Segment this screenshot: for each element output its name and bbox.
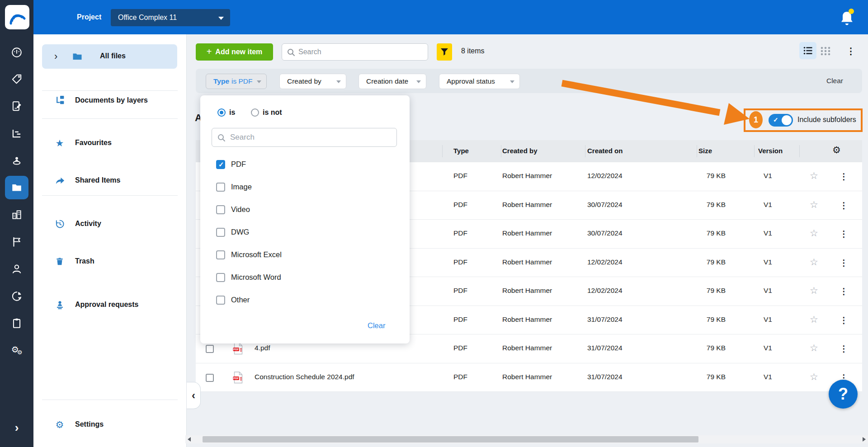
favourite-star-icon[interactable]: ☆: [810, 170, 818, 181]
sidebar-item-levels[interactable]: [0, 122, 33, 145]
checkbox-checked-icon[interactable]: [216, 160, 225, 169]
checkbox-icon[interactable]: [216, 228, 225, 237]
scrollbar-thumb[interactable]: [203, 436, 698, 442]
sidebar-item-markups[interactable]: [0, 94, 33, 118]
row-menu-button[interactable]: ⋮: [840, 200, 848, 211]
search-input[interactable]: [298, 44, 425, 60]
sidebar-item-dashboard[interactable]: [0, 41, 33, 64]
option-microsoft-word[interactable]: Microsoft Word: [200, 272, 410, 285]
file-created-on: 30/07/2024: [587, 229, 623, 237]
checkbox-icon[interactable]: [216, 250, 225, 259]
approval-person-icon: [54, 300, 65, 311]
column-header-version[interactable]: Version: [758, 147, 783, 155]
option-dwg[interactable]: DWG: [200, 226, 410, 240]
row-menu-button[interactable]: ⋮: [840, 258, 848, 268]
sidebar-item-tags[interactable]: [0, 67, 33, 91]
add-new-item-button[interactable]: + Add new item: [196, 43, 273, 61]
file-created-by: Robert Hammer: [502, 344, 552, 352]
sidebar-item-admin[interactable]: ⚙⚙: [0, 339, 33, 362]
option-image[interactable]: Image: [200, 181, 410, 195]
row-checkbox[interactable]: [206, 374, 214, 382]
favourite-star-icon[interactable]: ☆: [810, 199, 818, 210]
favourite-star-icon[interactable]: ☆: [810, 343, 818, 353]
sidebar-item-activity[interactable]: Activity: [33, 215, 187, 233]
option-video[interactable]: Video: [200, 204, 410, 217]
favourite-star-icon[interactable]: ☆: [810, 314, 818, 325]
star-icon: ★: [54, 138, 65, 149]
column-header-created-on[interactable]: Created on: [587, 147, 623, 155]
list-view-toggle[interactable]: [799, 42, 816, 59]
checkbox-icon[interactable]: [216, 205, 225, 214]
app-logo[interactable]: [5, 5, 29, 29]
sidebar-item-shared-items[interactable]: Shared Items: [33, 172, 187, 190]
sidebar-item-settings[interactable]: ⚙ Settings: [33, 416, 187, 434]
option-pdf[interactable]: PDF: [200, 159, 410, 172]
column-header-size[interactable]: Size: [698, 147, 712, 155]
sidebar-item-all-files[interactable]: › All files: [42, 44, 177, 69]
expand-folder-chevron-icon[interactable]: ›: [54, 51, 57, 62]
sidebar-item-files[interactable]: [0, 176, 33, 199]
checkbox-icon[interactable]: [216, 183, 225, 192]
horizontal-scrollbar[interactable]: [185, 435, 868, 443]
file-name[interactable]: 4.pdf: [255, 344, 270, 352]
row-checkbox[interactable]: [206, 345, 214, 353]
dropdown-clear-button[interactable]: Clear: [368, 321, 385, 330]
scroll-right-arrow-icon[interactable]: [863, 437, 866, 442]
sidebar-item-favourites[interactable]: ★ Favourites: [33, 134, 187, 152]
row-menu-button[interactable]: ⋮: [840, 229, 848, 239]
checkbox-icon[interactable]: [216, 296, 225, 305]
dropdown-search-input[interactable]: [230, 129, 393, 146]
help-button[interactable]: ?: [829, 380, 858, 409]
sidebar-item-documents-by-layers[interactable]: Documents by layers: [33, 92, 187, 110]
option-label: Microsoft Excel: [231, 250, 282, 259]
file-name[interactable]: Construction Schedule 2024.pdf: [255, 373, 354, 381]
filter-chip-type[interactable]: Type is PDF: [206, 74, 267, 89]
filter-button[interactable]: [437, 43, 452, 61]
row-menu-button[interactable]: ⋮: [840, 171, 848, 182]
option-other[interactable]: Other: [200, 294, 410, 308]
column-header-type[interactable]: Type: [453, 147, 469, 155]
sidebar-item-forms[interactable]: [0, 311, 33, 335]
sidebar-item-trash[interactable]: Trash: [33, 253, 187, 271]
collapse-sidebar-button[interactable]: ‹: [187, 382, 201, 409]
notifications-button[interactable]: [837, 7, 855, 27]
column-header-created-by[interactable]: Created by: [502, 147, 538, 155]
radio-is[interactable]: [217, 108, 226, 117]
scroll-left-arrow-icon[interactable]: [188, 437, 191, 442]
file-type: PDF: [453, 229, 467, 237]
checkbox-icon[interactable]: [216, 273, 225, 282]
sidebar-item-approval-requests[interactable]: Approval requests: [33, 296, 187, 314]
more-options-button[interactable]: ⋮: [846, 45, 855, 57]
favourite-star-icon[interactable]: ☆: [810, 228, 818, 239]
sidebar-item-reports[interactable]: [0, 284, 33, 308]
favourite-star-icon[interactable]: ☆: [810, 257, 818, 268]
column-settings-gear-icon[interactable]: ⚙: [832, 145, 841, 155]
sidebar-item-users[interactable]: [0, 257, 33, 281]
filter-chip-approval-status[interactable]: Approval status: [439, 74, 520, 89]
filter-chip-creation-date[interactable]: Creation date: [359, 74, 426, 89]
file-version: V1: [764, 373, 772, 381]
table-row[interactable]: PDF Construction Schedule 2024.pdf PDF R…: [196, 363, 862, 392]
sidebar-item-issues[interactable]: [0, 230, 33, 254]
favourite-star-icon[interactable]: ☆: [810, 372, 818, 382]
nav-label: Shared Items: [75, 176, 120, 184]
expand-rail-button[interactable]: ›: [0, 422, 33, 433]
filter-chip-created-by[interactable]: Created by: [279, 74, 346, 89]
row-menu-button[interactable]: ⋮: [840, 315, 848, 325]
row-menu-button[interactable]: ⋮: [840, 286, 848, 296]
divider: [42, 400, 178, 400]
sidebar-item-site[interactable]: [0, 149, 33, 172]
sidebar-item-company[interactable]: [0, 203, 33, 226]
row-menu-button[interactable]: ⋮: [840, 343, 848, 354]
grid-view-toggle[interactable]: [819, 45, 832, 57]
buildings-icon: [11, 209, 23, 221]
favourite-star-icon[interactable]: ☆: [810, 285, 818, 296]
project-selector[interactable]: Office Complex 11: [111, 9, 230, 26]
file-version: V1: [764, 258, 772, 266]
include-subfolders-toggle[interactable]: ✓: [769, 114, 793, 127]
radio-is-not[interactable]: [251, 108, 259, 117]
clear-filters-button[interactable]: Clear: [826, 77, 843, 85]
grid-view-icon: [820, 45, 831, 57]
option-microsoft-excel[interactable]: Microsoft Excel: [200, 249, 410, 263]
plus-icon: +: [207, 47, 212, 57]
